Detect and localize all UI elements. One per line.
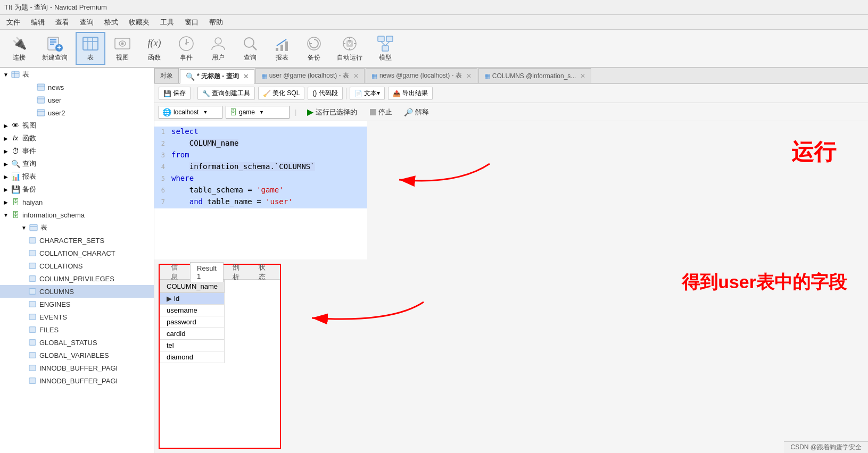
code-text-2[interactable]: COLUMN_name [169, 139, 367, 147]
code-text-5[interactable]: where [169, 174, 367, 182]
result-row-tel[interactable]: tel [160, 340, 225, 351]
tab-object[interactable]: 对象 [154, 68, 179, 83]
menu-format[interactable]: 格式 [100, 16, 122, 28]
menu-favorites[interactable]: 收藏夹 [125, 16, 154, 28]
sidebar-global-variables[interactable]: GLOBAL_VARIABLES [0, 349, 154, 362]
toolbar-model[interactable]: 模型 [370, 32, 400, 65]
toolbar-autorun[interactable]: 自动运行 [331, 32, 368, 65]
tab-news-table[interactable]: ▦ news @game (localhost) - 表 ✕ [366, 68, 477, 83]
sidebar-views[interactable]: ▶ 👁 视图 [0, 119, 154, 132]
sidebar-backups[interactable]: ▶ 💾 备份 [0, 183, 154, 196]
code-text-3[interactable]: from [169, 150, 367, 159]
export-result-button[interactable]: 📤 导出结果 [388, 87, 433, 100]
results-tab-info[interactable]: 信息 [164, 261, 188, 284]
sidebar-news[interactable]: news [0, 81, 154, 94]
arrow-queries[interactable]: ▶ [2, 160, 10, 167]
run-selected-button[interactable]: ▶ 运行已选择的 [302, 105, 362, 119]
save-button[interactable]: 💾 保存 [159, 87, 191, 100]
sidebar-innodb-buffer2[interactable]: INNODB_BUFFER_PAGI [0, 374, 154, 387]
close-user-tab-icon[interactable]: ✕ [353, 72, 359, 80]
toolbar-view[interactable]: 视图 [108, 32, 137, 65]
sidebar-user2[interactable]: user2 [0, 106, 154, 119]
code-segment-button[interactable]: () 代码段 [308, 87, 342, 100]
sidebar-files[interactable]: FILES [0, 323, 154, 336]
sidebar-collations[interactable]: COLLATIONS [0, 259, 154, 272]
database-select[interactable]: 🗄 game ▼ [226, 106, 290, 119]
toolbar-event[interactable]: 事件 [171, 32, 201, 65]
arrow-backups[interactable]: ▶ [2, 186, 10, 193]
tab-query[interactable]: 🔍 * 无标题 - 查询 ✕ [180, 69, 254, 84]
code-text-6[interactable]: table_schema = 'game' [169, 186, 367, 194]
arrow-info-schema[interactable]: ▼ [2, 211, 10, 219]
sidebar-innodb-buffer1[interactable]: INNODB_BUFFER_PAGI [0, 362, 154, 374]
close-columns-tab-icon[interactable]: ✕ [580, 72, 585, 80]
toolbar-backup[interactable]: 备份 [299, 32, 329, 65]
sidebar-info-tables-group[interactable]: ▼ 表 [0, 221, 154, 234]
sidebar-global-status[interactable]: GLOBAL_STATUS [0, 336, 154, 349]
engines-label: ENGINES [39, 300, 71, 308]
sidebar-user[interactable]: user [0, 94, 154, 106]
results-tab-status[interactable]: 状态 [252, 261, 276, 284]
sidebar-columns[interactable]: COLUMNS [0, 285, 154, 298]
sidebar-information-schema[interactable]: ▼ 🗄 information_schema [0, 208, 154, 221]
result-row-password[interactable]: password [160, 316, 225, 328]
sidebar-events[interactable]: ▶ ⏱ 事件 [0, 145, 154, 157]
sidebar-tables-group[interactable]: ▼ 表 [0, 68, 154, 81]
sidebar-column-privileges[interactable]: COLUMN_PRIVILEGES [0, 272, 154, 285]
menu-edit[interactable]: 编辑 [27, 16, 49, 28]
arrow-functions[interactable]: ▶ [2, 135, 10, 142]
result-row-cardid[interactable]: cardid [160, 328, 225, 340]
result-row-id[interactable]: ▶id [160, 293, 225, 305]
toolbar-user[interactable]: 用户 [203, 32, 233, 65]
menu-file[interactable]: 文件 [2, 16, 24, 28]
arrow-haiyan[interactable]: ▶ [2, 198, 10, 206]
toolbar-function[interactable]: f(x) 函数 [139, 32, 169, 65]
arrow-events[interactable]: ▶ [2, 147, 10, 155]
toolbar-connect[interactable]: 🔌 连接 [4, 32, 34, 65]
menu-view[interactable]: 查看 [51, 16, 73, 28]
menu-help[interactable]: 帮助 [205, 16, 227, 28]
sidebar-engines[interactable]: ENGINES [0, 298, 154, 311]
sidebar-queries[interactable]: ▶ 🔍 查询 [0, 157, 154, 170]
result-row-username[interactable]: username [160, 305, 225, 316]
title-text: TIt 为题 - 查询 - Navicat Premium [4, 3, 107, 12]
toolbar-new-query[interactable]: + 新建查询 [36, 32, 73, 65]
stop-button[interactable]: 停止 [366, 106, 396, 119]
code-text-7[interactable]: and table_name = 'user' [169, 197, 367, 206]
sidebar-collation-charact[interactable]: COLLATION_CHARACT [0, 247, 154, 259]
results-tab-analyze[interactable]: 剖析 [226, 261, 250, 284]
connection-bar: 🌐 localhost ▼ 🗄 game ▼ | ▶ 运行已选择的 停止 🔎 解… [154, 103, 868, 121]
code-text-1[interactable]: select [169, 127, 367, 136]
arrow-reports[interactable]: ▶ [2, 173, 10, 180]
build-query-button[interactable]: 🔧 查询创建工具 [197, 87, 255, 100]
line-num-6: 6 [154, 187, 169, 194]
tab-user-table[interactable]: ▦ user @game (localhost) - 表 ✕ [255, 68, 365, 83]
tab-columns-table[interactable]: ▦ COLUMNS @information_s... ✕ [478, 68, 592, 83]
sidebar-haiyan[interactable]: ▶ 🗄 haiyan [0, 196, 154, 208]
explain-button[interactable]: 🔎 解释 [400, 106, 433, 119]
result-row-diamond[interactable]: diamond [160, 351, 225, 363]
arrow-tables[interactable]: ▼ [2, 71, 10, 78]
toolbar-report[interactable]: 报表 [267, 32, 297, 65]
menu-window[interactable]: 窗口 [180, 16, 203, 28]
sidebar-reports[interactable]: ▶ 📊 报表 [0, 170, 154, 183]
toolbar-query[interactable]: 查询 [235, 32, 265, 65]
tab-news-table-label: news @game (localhost) - 表 [379, 71, 462, 80]
toolbar-table[interactable]: 表 [76, 32, 105, 65]
sql-editor[interactable]: 1 select 2 COLUMN_name 3 from [154, 121, 367, 259]
menu-query[interactable]: 查询 [76, 16, 98, 28]
results-tab-result1[interactable]: Result 1 [190, 262, 224, 282]
arrow-info-tables[interactable]: ▼ [20, 224, 28, 231]
sidebar-events-table[interactable]: EVENTS [0, 311, 154, 323]
text-button[interactable]: 📄 文本▾ [350, 87, 385, 100]
close-query-tab-icon[interactable]: ✕ [243, 73, 249, 80]
sidebar-char-sets[interactable]: CHARACTER_SETS [0, 234, 154, 247]
beautify-button[interactable]: 🧹 美化 SQL [258, 87, 304, 100]
sidebar-functions[interactable]: ▶ fx 函数 [0, 132, 154, 145]
close-news-tab-icon[interactable]: ✕ [466, 72, 472, 80]
menu-tools[interactable]: 工具 [156, 16, 178, 28]
code-text-4[interactable]: information_schema.`COLUMNS` [169, 162, 367, 171]
event-icon [178, 35, 195, 52]
server-select[interactable]: 🌐 localhost ▼ [159, 106, 222, 119]
arrow-views[interactable]: ▶ [2, 122, 10, 129]
